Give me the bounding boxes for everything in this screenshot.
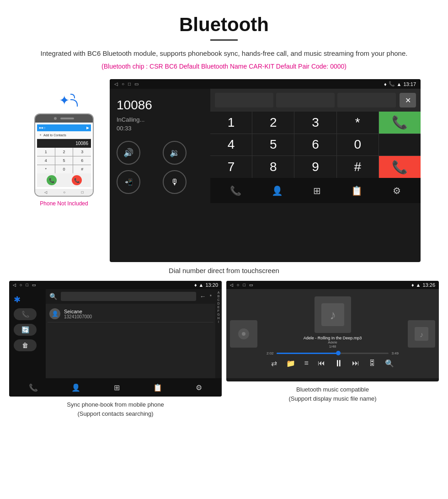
dial-timer: 00:33 [117,125,203,132]
svg-text:♪: ♪ [420,331,423,338]
pb-contact-list: 👤 Seicane 13241007000 [46,304,215,324]
music-artwork-area: ♪ Adele - Rolling In the Deep.mp3 Adele … [226,289,439,378]
keypad-1[interactable]: 1 [210,112,252,134]
dial-number: 10086 [117,98,203,113]
svg-text:♪: ♪ [330,308,336,322]
phone-sidebar-button[interactable]: 📞 [14,308,37,320]
nav-back-icon: ◁ [114,81,118,86]
arc-small-icon [70,94,75,98]
pb-nav-back-icon: ◁ [13,283,16,287]
pb-contacts-icon[interactable]: 📞 [29,383,38,392]
keypad-8[interactable]: 8 [252,156,294,178]
keypad-0[interactable]: 0 [337,134,379,156]
phonebook-status-bar: ◁ ○ □ ▭ ♦ ▲ 13:20 [9,281,222,289]
transfer-button[interactable]: 📲 [117,170,140,194]
nav-recent-icon: □ [128,81,131,86]
next-button[interactable]: ⏭ [352,359,359,367]
transfer-tab-icon[interactable]: 📋 [351,185,363,196]
pb-back-icon: ← [200,293,206,300]
phonebook-caption: Sync phone-book from mobile phone (Suppo… [67,400,164,418]
dial-input-segment-2 [276,93,335,107]
pb-search-bar[interactable] [61,292,196,301]
android-status-bar: ◁ ○ □ ▭ ♦ 📞 ▲ 13:17 [110,79,421,89]
profile-tab-icon[interactable]: 👤 [272,185,283,196]
keypad-6[interactable]: 6 [294,134,336,156]
nav-screenshot-icon: ▭ [134,81,139,86]
bluetooth-specs: (Bluetooth chip : CSR BC6 Default Blueto… [27,63,421,70]
mic-button[interactable]: 🎙 [163,170,187,194]
pb-search-icon: 🔍 [49,293,57,300]
main-content-area: ✦ ●●○ ▶ ＋ Add to Contacts [0,75,448,262]
keypad-9[interactable]: 9 [294,156,336,178]
phone-status-icon: 📞 [389,81,395,87]
shuffle-icon[interactable]: ⇄ [271,359,277,368]
mu-time-display: 13:26 [422,282,435,288]
search-music-icon[interactable]: 🔍 [385,359,394,368]
keypad-hash[interactable]: # [337,156,379,178]
volume-down-button[interactable]: 🔉 [163,141,187,165]
pb-keypad-icon[interactable]: ⊞ [114,383,120,392]
phonebook-sidebar: ✱ 📞 🔄 🗑 [9,289,46,378]
dial-input-row: ✕ [210,89,421,112]
pb-settings-icon[interactable]: ⚙ [196,383,202,392]
status-icons: ♦ 📞 ▲ 13:17 [384,81,416,87]
arc-large-icon [70,99,78,107]
pb-nav-recent-icon: □ [26,283,28,287]
signal-arcs [70,94,78,107]
music-center: ♪ Adele - Rolling In the Deep.mp3 Adele … [262,296,403,371]
song-title: Adele - Rolling In the Deep.mp3 [304,336,362,340]
keypad-5[interactable]: 5 [252,134,294,156]
settings-tab-icon[interactable]: ⚙ [393,185,401,196]
album-art-small-right: ♪ [408,320,435,348]
play-pause-button[interactable]: ⏸ [334,358,343,369]
music-screen: ◁ ○ □ ▭ ♦ ▲ 13:26 [226,281,439,381]
svg-point-1 [242,332,245,336]
delete-sidebar-button[interactable]: 🗑 [14,339,37,351]
mu-nav-home-icon: ○ [237,283,239,287]
contact-info: Seicane 13241007000 [64,309,92,319]
keypad-2[interactable]: 2 [252,112,294,134]
music-info: Adele - Rolling In the Deep.mp3 Adele 1/… [304,333,362,351]
bluetooth-symbol-icon: ✦ [59,93,69,107]
dial-screen: ◁ ○ □ ▭ ♦ 📞 ▲ 13:17 10086 InCalling... 0… [110,79,421,262]
dial-status: InCalling... [117,116,203,123]
phone-mockup: ●●○ ▶ ＋ Add to Contacts 10086 1 2 3 4 5 … [34,113,94,197]
wifi-icon: ▲ [397,81,402,87]
volume-up-button[interactable]: 🔊 [117,141,140,165]
keypad-4[interactable]: 4 [210,134,252,156]
contact-avatar: 👤 [49,308,60,319]
keypad-3[interactable]: 3 [294,112,336,134]
contacts-tab-icon[interactable]: 📞 [230,185,241,196]
seek-bar[interactable] [277,353,389,354]
caption-main: Dial number direct from touchscreen [0,262,448,281]
music-content: ♪ Adele - Rolling In the Deep.mp3 Adele … [226,289,439,378]
backspace-button[interactable]: ✕ [400,93,416,107]
folder-icon[interactable]: 📁 [286,359,295,368]
phone-bottom-nav: ◁ ○ □ [35,189,93,196]
playlist-icon[interactable]: ≡ [304,359,309,367]
sync-sidebar-button[interactable]: 🔄 [14,324,37,336]
pb-profile-icon[interactable]: 👤 [71,383,80,392]
mu-nav-recent-icon: □ [243,283,245,287]
phonebook-panel: ◁ ○ □ ▭ ♦ ▲ 13:20 ✱ 📞 🔄 🗑 [9,281,222,418]
equalizer-icon[interactable]: 🎛 [368,359,376,367]
call-button[interactable]: 📞 [379,112,421,134]
bluetooth-icon-wrap: ✦ [59,93,69,108]
contact-name: Seicane [64,309,92,314]
phone-keypad: 1 2 3 4 5 6 * 0 # [37,148,91,173]
pb-alpha-index: A B C D E F G H I [215,289,222,378]
phonebook-content: ✱ 📞 🔄 🗑 🔍 ← * 👤 [9,289,222,378]
pb-transfer-icon[interactable]: 📋 [153,383,162,392]
mu-location-icon: ♦ [411,282,414,288]
page-title: Bluetooth [27,14,421,36]
seek-current-time: 2:02 [267,351,274,355]
page-description: Integrated with BC6 Bluetooth module, su… [27,48,421,59]
end-call-button[interactable]: 📞 [379,156,421,178]
keypad-tab-icon[interactable]: ⊞ [313,185,321,196]
mu-nav-back-icon: ◁ [230,283,233,287]
keypad-7[interactable]: 7 [210,156,252,178]
keypad-star[interactable]: * [337,112,379,134]
nav-icons: ◁ ○ □ ▭ [114,81,139,86]
prev-button[interactable]: ⏮ [318,359,325,367]
dial-input-segment-3 [337,93,396,107]
